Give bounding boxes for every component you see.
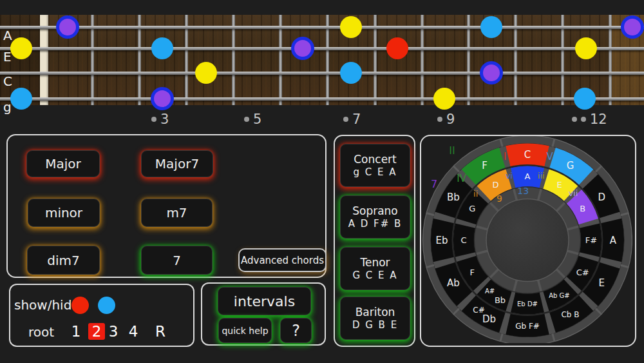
cof-major-label-f: F bbox=[482, 160, 488, 172]
tuning-name: Tenor bbox=[360, 255, 390, 270]
cof-major-label-eb: Eb bbox=[436, 235, 448, 246]
root-option-1[interactable]: 1 bbox=[68, 323, 84, 340]
root-option-4[interactable]: 4 bbox=[125, 323, 142, 340]
note-dot-yellow-A-545[interactable] bbox=[340, 16, 362, 38]
tuning-panel: Concertg C E ASopranoA D F# BTenorG C E … bbox=[334, 135, 415, 347]
note-dot-blue-g-33[interactable] bbox=[10, 88, 32, 110]
tuning-notes: A D F# B bbox=[348, 218, 402, 231]
note-dot-purple-A-982[interactable] bbox=[621, 15, 644, 39]
chord-button-m7[interactable]: m7 bbox=[141, 199, 213, 227]
intervals-panel: intervals quick help ? bbox=[201, 282, 326, 346]
tuning-name: Soprano bbox=[352, 204, 398, 218]
fret-marker-dot bbox=[581, 117, 586, 122]
fret-marker-number: 7 bbox=[352, 113, 361, 126]
note-dot-purple-A-105[interactable] bbox=[56, 15, 79, 39]
svg-text:Bb: Bb bbox=[495, 295, 506, 305]
tuning-notes: G C E A bbox=[352, 270, 397, 282]
note-dot-blue-C-545[interactable] bbox=[340, 62, 362, 84]
chord-button-dim7[interactable]: dim7 bbox=[27, 246, 100, 275]
svg-text:A#: A# bbox=[485, 288, 495, 295]
note-dot-yellow-E-910[interactable] bbox=[575, 37, 597, 59]
string-g[interactable] bbox=[0, 97, 644, 101]
cof-minor-label-c: C# bbox=[576, 268, 589, 277]
degree-label-7: 7 bbox=[431, 178, 437, 190]
app-root: { "fretboard": { "string_labels": ["A", … bbox=[0, 0, 644, 363]
tuning-button-soprano[interactable]: SopranoA D F# B bbox=[340, 195, 410, 239]
fret-marker-dot bbox=[572, 117, 577, 122]
note-dot-blue-E-252[interactable] bbox=[151, 37, 173, 59]
cof-minor-label-eb-d: Eb D# bbox=[517, 300, 538, 308]
degree-label-i: I bbox=[504, 151, 506, 162]
cof-minor-label-e: E bbox=[556, 180, 562, 190]
degree-label-13: 13 bbox=[517, 186, 529, 196]
fret-marker-3: 3 bbox=[151, 112, 169, 127]
cof-minor-label-a: A bbox=[525, 172, 531, 181]
chord-button-major[interactable]: Major bbox=[26, 150, 100, 177]
chord-button-7[interactable]: 7 bbox=[141, 246, 213, 275]
note-dot-red-E-617[interactable] bbox=[386, 37, 408, 59]
cof-major-label-e: E bbox=[598, 277, 604, 289]
degree-label-ii: ii bbox=[473, 189, 478, 199]
string-label-g: g bbox=[3, 101, 12, 113]
degree-label-iii: iii bbox=[538, 171, 545, 181]
degree-label-ii: II bbox=[449, 144, 455, 157]
string-C[interactable] bbox=[0, 72, 644, 75]
fret-marker-number: 5 bbox=[253, 113, 261, 126]
fret-marker-9: 9 bbox=[437, 112, 455, 127]
tuning-button-concert[interactable]: Concertg C E A bbox=[340, 144, 410, 187]
cof-minor-label-c: C bbox=[460, 235, 466, 245]
root-label: root bbox=[28, 324, 54, 340]
note-dot-yellow-g-690[interactable] bbox=[433, 88, 455, 110]
cof-minor-label-f: F# bbox=[585, 235, 597, 245]
tuning-button-bariton[interactable]: BaritonD G B E bbox=[340, 297, 410, 340]
string-E[interactable] bbox=[0, 47, 644, 50]
degree-label-v: V bbox=[547, 151, 554, 162]
fret-marker-12: 12 bbox=[572, 112, 607, 127]
cof-center-disc[interactable] bbox=[486, 199, 569, 282]
string-label-C: C bbox=[3, 75, 12, 88]
help-button[interactable]: ? bbox=[280, 318, 312, 343]
chord-button-minor[interactable]: minor bbox=[28, 199, 100, 227]
degree-label-vii: vii bbox=[568, 188, 578, 198]
note-dot-purple-C-763[interactable] bbox=[480, 61, 503, 84]
cof-major-label-ab: Ab bbox=[447, 277, 460, 289]
note-dot-blue-A-763[interactable] bbox=[480, 16, 502, 38]
cof-minor-label-d: D bbox=[492, 180, 498, 190]
root-option-r[interactable]: R bbox=[152, 323, 169, 340]
fret-marker-5: 5 bbox=[244, 112, 261, 127]
intervals-button[interactable]: intervals bbox=[218, 287, 311, 315]
string-label-A: A bbox=[3, 29, 12, 42]
note-dot-yellow-C-320[interactable] bbox=[195, 62, 217, 84]
blue-notes-toggle[interactable] bbox=[98, 297, 115, 314]
fret-marker-dot bbox=[343, 117, 348, 122]
fret-marker-dot bbox=[244, 117, 249, 122]
cof-major-label-d: D bbox=[598, 191, 605, 203]
cof-minor-label-ab-g: Ab G# bbox=[549, 292, 570, 299]
cof-minor-label-f: F bbox=[470, 268, 475, 277]
tuning-button-tenor[interactable]: TenorG C E A bbox=[340, 247, 410, 290]
cof-major-label-cb-b: Cb B bbox=[561, 310, 579, 319]
note-dot-yellow-E-33[interactable] bbox=[10, 37, 32, 59]
red-notes-toggle[interactable] bbox=[71, 297, 89, 314]
tuning-notes: g C E A bbox=[353, 166, 397, 179]
note-dot-blue-g-908[interactable] bbox=[574, 88, 596, 110]
fret-marker-dot bbox=[437, 117, 442, 122]
string-label-E: E bbox=[3, 50, 12, 63]
fret-marker-7: 7 bbox=[343, 112, 361, 127]
string-A[interactable] bbox=[0, 26, 644, 29]
degree-label-9: 9 bbox=[497, 193, 502, 204]
quick-help-button[interactable]: quick help bbox=[218, 318, 272, 343]
fret-marker-number: 9 bbox=[446, 113, 455, 126]
note-dot-purple-g-252[interactable] bbox=[151, 87, 174, 110]
tuning-notes: D G B E bbox=[352, 319, 398, 332]
tuning-name: Concert bbox=[354, 152, 397, 166]
advanced-chords-button[interactable]: Advanced chords bbox=[238, 248, 327, 272]
cof-minor-label-b: B bbox=[580, 204, 585, 213]
note-dot-purple-E-470[interactable] bbox=[291, 37, 314, 60]
root-option-3[interactable]: 3 bbox=[105, 323, 122, 340]
chord-button-major7[interactable]: Major7 bbox=[141, 150, 213, 177]
root-option-2[interactable]: 2 bbox=[88, 323, 105, 340]
cof-major-label-gb-f: Gb F# bbox=[515, 322, 540, 331]
cof-minor-label-g: G bbox=[469, 204, 475, 213]
cof-major-label-g: G bbox=[567, 160, 574, 172]
